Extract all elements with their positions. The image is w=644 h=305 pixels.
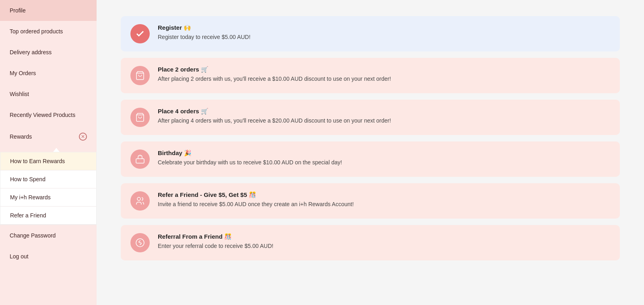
cart-icon-2 [130, 66, 150, 85]
refer-icon [130, 191, 150, 211]
reward-card-place-2: Place 2 orders 🛒 After placing 2 orders … [121, 58, 620, 93]
main-content: Register 🙌 Register today to receive $5.… [97, 0, 644, 305]
svg-rect-2 [136, 159, 144, 163]
birthday-icon [130, 149, 150, 169]
sidebar-item-recently-viewed[interactable]: Recently Viewed Products [0, 104, 97, 125]
sidebar-item-rewards[interactable]: Rewards ✕ [0, 125, 97, 148]
register-check-icon [130, 24, 150, 43]
reward-text-register: Register 🙌 Register today to receive $5.… [158, 24, 610, 41]
submenu-item-my-rewards[interactable]: My i+h Rewards [0, 188, 96, 207]
reward-text-birthday: Birthday 🎉 Celebrate your birthday with … [158, 149, 610, 167]
rewards-close-icon[interactable]: ✕ [79, 133, 87, 141]
cart-icon-4 [130, 108, 150, 127]
rewards-submenu: How to Earn Rewards How to Spend My i+h … [0, 152, 97, 225]
submenu-item-earn[interactable]: How to Earn Rewards [0, 152, 96, 170]
gift-icon [130, 233, 150, 252]
reward-card-birthday: Birthday 🎉 Celebrate your birthday with … [121, 141, 620, 177]
reward-card-refer: Refer a Friend - Give $5, Get $5 🎊 Invit… [121, 183, 620, 219]
sidebar-item-top-ordered[interactable]: Top ordered products [0, 21, 97, 42]
submenu-arrow [53, 148, 60, 152]
reward-card-referral-from: Referral From a Friend 🎊 Enter your refe… [121, 225, 620, 260]
sidebar-item-wishlist[interactable]: Wishlist [0, 84, 97, 104]
submenu-item-spend[interactable]: How to Spend [0, 170, 96, 188]
sidebar-item-profile[interactable]: Profile [0, 0, 97, 21]
reward-card-place-4: Place 4 orders 🛒 After placing 4 orders … [121, 100, 620, 135]
reward-text-place-4: Place 4 orders 🛒 After placing 4 orders … [158, 108, 610, 125]
sidebar-item-logout[interactable]: Log out [0, 246, 97, 267]
sidebar-item-orders[interactable]: My Orders [0, 63, 97, 84]
reward-text-place-2: Place 2 orders 🛒 After placing 2 orders … [158, 66, 610, 83]
reward-text-referral-from: Referral From a Friend 🎊 Enter your refe… [158, 233, 610, 250]
sidebar-item-delivery[interactable]: Delivery address [0, 42, 97, 63]
reward-text-refer: Refer a Friend - Give $5, Get $5 🎊 Invit… [158, 191, 610, 209]
submenu-item-refer[interactable]: Refer a Friend [0, 207, 96, 225]
reward-card-register: Register 🙌 Register today to receive $5.… [121, 16, 620, 51]
sidebar-item-change-password[interactable]: Change Password [0, 225, 97, 246]
sidebar: Profile Top ordered products Delivery ad… [0, 0, 97, 305]
svg-point-6 [137, 197, 140, 201]
